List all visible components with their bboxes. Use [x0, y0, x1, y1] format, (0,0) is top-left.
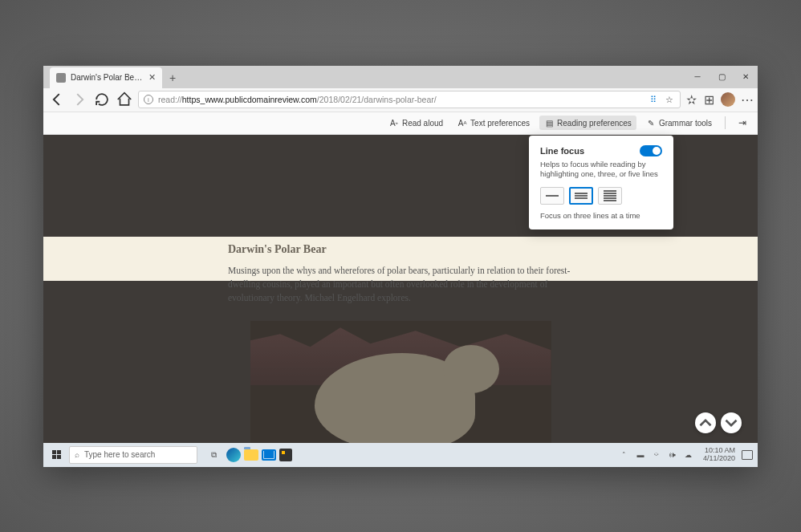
- windows-logo-icon: [52, 450, 61, 459]
- grammar-tools-label: Grammar tools: [659, 119, 712, 128]
- line-focus-toggle[interactable]: [640, 145, 662, 156]
- text-preferences-icon: AA: [457, 118, 467, 128]
- taskbar-clock[interactable]: 10:10 AM 4/11/2020: [703, 447, 735, 463]
- scroll-up-button[interactable]: [695, 412, 716, 433]
- window-controls: ─ ▢ ✕: [685, 66, 758, 88]
- start-button[interactable]: [43, 443, 69, 467]
- article-title: Darwin's Polar Bear: [228, 243, 573, 256]
- immersive-reader-toolbar: A» Read aloud AA Text preferences ▤ Read…: [43, 112, 758, 135]
- taskbar-search[interactable]: ⌕ Type here to search: [69, 446, 197, 464]
- toolbar-separator: [725, 116, 726, 129]
- line-focus-caption: Focus on three lines at a time: [540, 211, 662, 220]
- close-tab-icon[interactable]: ✕: [148, 72, 156, 83]
- line-focus-description: Helps to focus while reading by highligh…: [540, 160, 662, 180]
- tab-favicon: [56, 73, 66, 83]
- windows-taskbar: ⌕ Type here to search ⧉ ˄ ▬ ⌔ 🕪 ☁ 10:10 …: [43, 443, 758, 467]
- grammar-tools-icon: ✎: [646, 118, 656, 128]
- site-info-icon[interactable]: i: [144, 95, 153, 104]
- task-view-icon[interactable]: ⧉: [204, 445, 223, 465]
- toolbar-actions: ✫ ⊞ ⋯: [685, 92, 753, 107]
- maximize-button[interactable]: ▢: [710, 66, 734, 88]
- action-center-icon[interactable]: [742, 450, 753, 460]
- grammar-tools-button[interactable]: ✎ Grammar tools: [641, 116, 717, 130]
- scroll-down-button[interactable]: [721, 412, 742, 433]
- desktop-window: Darwin's Polar Bears - The Pu... ✕ + ─ ▢…: [43, 66, 758, 467]
- system-tray: ˄ ▬ ⌔ 🕪 ☁ 10:10 AM 4/11/2020: [620, 443, 753, 467]
- focus-one-line[interactable]: [540, 187, 564, 205]
- search-icon: ⌕: [75, 450, 79, 459]
- edge-browser-icon[interactable]: [226, 448, 241, 462]
- onedrive-icon[interactable]: ☁: [684, 450, 693, 460]
- taskbar-pinned-apps: ⧉: [204, 445, 292, 465]
- read-aloud-label: Read aloud: [402, 119, 443, 128]
- reading-preferences-icon: ▤: [544, 118, 554, 128]
- back-button[interactable]: [48, 91, 66, 108]
- read-aloud-icon: A»: [389, 118, 399, 128]
- url-text: read://https_www.publicdomainreview.com/…: [158, 95, 643, 104]
- line-focus-title: Line focus: [540, 146, 584, 156]
- collections-icon[interactable]: ⊞: [703, 94, 714, 105]
- forward-button[interactable]: [71, 91, 88, 108]
- settings-more-icon[interactable]: ⋯: [742, 94, 753, 105]
- minimize-button[interactable]: ─: [685, 66, 710, 88]
- store-app-icon[interactable]: [279, 449, 292, 461]
- address-bar: i read://https_www.publicdomainreview.co…: [43, 88, 758, 112]
- refresh-button[interactable]: [93, 91, 111, 108]
- scroll-controls: [695, 412, 742, 433]
- tray-expand-icon[interactable]: ˄: [620, 450, 629, 460]
- titlebar: Darwin's Polar Bears - The Pu... ✕ + ─ ▢…: [43, 66, 758, 88]
- text-preferences-label: Text preferences: [470, 119, 530, 128]
- home-button[interactable]: [116, 91, 133, 108]
- volume-icon[interactable]: 🕪: [668, 450, 677, 460]
- article-body: Musings upon the whys and wherefores of …: [228, 264, 573, 306]
- favorite-star-icon[interactable]: ☆: [664, 94, 675, 105]
- focus-five-lines[interactable]: [598, 187, 622, 205]
- line-focus-options: [540, 187, 662, 205]
- article-content: Darwin's Polar Bear Musings upon the why…: [43, 243, 758, 443]
- close-window-button[interactable]: ✕: [734, 66, 758, 88]
- file-explorer-icon[interactable]: [244, 449, 258, 461]
- tab-title: Darwin's Polar Bears - The Pu...: [71, 73, 144, 82]
- browser-tab[interactable]: Darwin's Polar Bears - The Pu... ✕: [50, 67, 162, 88]
- pin-toolbar-button[interactable]: ⇥: [734, 115, 751, 131]
- url-input[interactable]: i read://https_www.publicdomainreview.co…: [138, 91, 681, 108]
- focus-three-lines[interactable]: [569, 187, 593, 205]
- line-focus-popup: Line focus Helps to focus while reading …: [529, 136, 673, 230]
- clock-date: 4/11/2020: [703, 455, 735, 463]
- text-preferences-button[interactable]: AA Text preferences: [453, 116, 535, 130]
- wifi-icon[interactable]: ⌔: [652, 450, 661, 460]
- battery-icon[interactable]: ▬: [636, 450, 645, 460]
- translate-icon[interactable]: ⠿: [648, 94, 659, 105]
- profile-avatar[interactable]: [721, 92, 735, 107]
- mail-app-icon[interactable]: [262, 449, 276, 461]
- article-image: [250, 321, 551, 442]
- read-aloud-button[interactable]: A» Read aloud: [384, 116, 448, 130]
- favorites-list-icon[interactable]: ✫: [685, 94, 697, 105]
- reading-preferences-button[interactable]: ▤ Reading preferences: [539, 116, 636, 130]
- search-placeholder: Type here to search: [84, 450, 155, 459]
- new-tab-button[interactable]: +: [162, 67, 183, 88]
- reading-preferences-label: Reading preferences: [557, 119, 632, 128]
